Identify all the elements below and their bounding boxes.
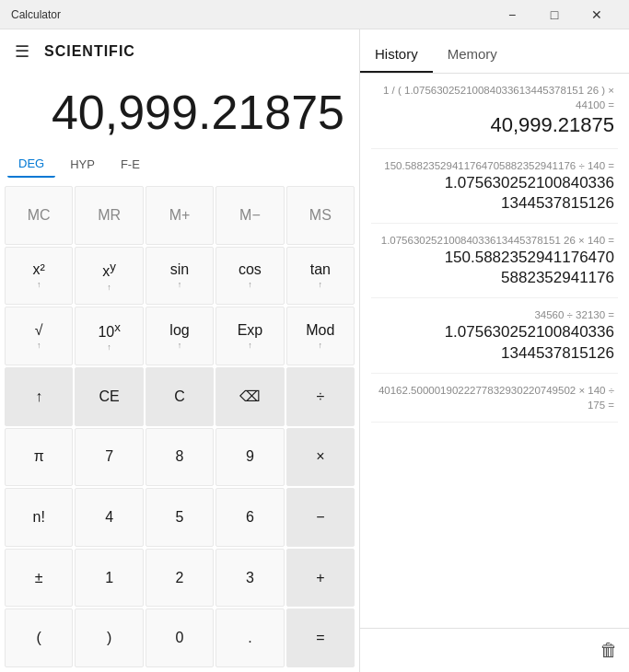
history-expr: 34560 ÷ 32130 = [375, 307, 614, 322]
button-area: MC MR M+ M− MS x²↑ xy↑ sin↑ cos↑ [0, 181, 359, 672]
btn-10x[interactable]: 10x↑ [75, 307, 143, 365]
btn-cos[interactable]: cos↑ [215, 247, 284, 306]
tab-history[interactable]: History [360, 37, 433, 73]
btn-shift[interactable]: ↑ [5, 367, 73, 426]
btn-exp[interactable]: Exp↑ [215, 307, 284, 365]
btn-backspace[interactable]: ⌫ [215, 367, 284, 426]
app-name: Calculator [11, 8, 61, 21]
btn-3[interactable]: 3 [215, 549, 284, 608]
trig-row2: √↑ 10x↑ log↑ Exp↑ Mod↑ [4, 306, 355, 366]
history-item: 40162.5000019022277832930220749502 × 140… [371, 374, 618, 423]
history-item: 1.07563025210084033613445378151 26 × 140… [371, 224, 618, 298]
hamburger-icon[interactable]: ☰ [15, 41, 29, 62]
num-row3: ± 1 2 3 + [4, 548, 355, 608]
history-result[interactable]: 1.0756302521008403361344537815126 [375, 322, 614, 363]
history-expr: 150.58823529411764705882352941176 ÷ 140 … [375, 158, 614, 173]
title-bar-controls: − □ ✕ [491, 0, 618, 29]
num-row4: ( ) 0 . = [4, 608, 355, 668]
btn-8[interactable]: 8 [146, 428, 214, 487]
btn-1[interactable]: 1 [75, 549, 143, 608]
history-footer: 🗑 [360, 628, 629, 672]
calculator-panel: ☰ SCIENTIFIC 40,999.21875 DEG HYP F-E MC… [0, 29, 359, 672]
history-result[interactable]: 40,999.21875 [375, 112, 614, 139]
history-item: 150.58823529411764705882352941176 ÷ 140 … [371, 149, 618, 224]
mode-row: DEG HYP F-E [0, 147, 359, 181]
btn-pi[interactable]: π [5, 428, 73, 487]
btn-mminus[interactable]: M− [215, 186, 284, 245]
btn-tan[interactable]: tan↑ [286, 247, 355, 306]
num-row2: n! 4 5 6 − [4, 487, 355, 548]
mode-deg[interactable]: DEG [7, 151, 55, 178]
btn-sqrt[interactable]: √↑ [5, 307, 73, 365]
history-list: 1 / ( 1.07563025210084033613445378151 26… [360, 74, 629, 628]
history-item: 34560 ÷ 32130 = 1.0756302521008403361344… [371, 298, 618, 373]
btn-divide[interactable]: ÷ [286, 367, 355, 426]
mode-hyp[interactable]: HYP [59, 151, 106, 178]
num-row1: π 7 8 9 × [4, 427, 355, 488]
maximize-button[interactable]: □ [533, 0, 576, 29]
btn-mc[interactable]: MC [5, 186, 73, 245]
btn-log[interactable]: log↑ [146, 307, 214, 365]
main-area: ☰ SCIENTIFIC 40,999.21875 DEG HYP F-E MC… [0, 29, 629, 672]
title-bar: Calculator − □ ✕ [0, 0, 629, 29]
btn-mod[interactable]: Mod↑ [286, 307, 355, 365]
btn-9[interactable]: 9 [215, 428, 284, 487]
btn-mplus[interactable]: M+ [146, 186, 214, 245]
history-tabs: History Memory [360, 29, 629, 74]
btn-sin[interactable]: sin↑ [146, 247, 214, 306]
history-panel: History Memory 1 / ( 1.07563025210084033… [359, 29, 629, 672]
memory-row: MC MR M+ M− MS [4, 185, 355, 246]
history-result[interactable]: 150.58823529411764705882352941176 [375, 248, 614, 288]
minimize-button[interactable]: − [491, 0, 533, 29]
display-area: 40,999.21875 [0, 74, 359, 147]
btn-2[interactable]: 2 [146, 549, 214, 608]
history-result[interactable]: 1.0756302521008403361344537815126 [375, 173, 614, 214]
btn-plus[interactable]: + [286, 549, 355, 608]
btn-lparen[interactable]: ( [5, 608, 73, 667]
btn-plusminus[interactable]: ± [5, 549, 73, 608]
display-value: 40,999.21875 [52, 88, 344, 136]
btn-4[interactable]: 4 [75, 488, 143, 547]
trash-icon: 🗑 [600, 640, 618, 660]
mode-fe[interactable]: F-E [110, 151, 151, 178]
tab-memory[interactable]: Memory [433, 37, 512, 73]
btn-5[interactable]: 5 [146, 488, 214, 547]
btn-multiply[interactable]: × [286, 428, 355, 487]
btn-nfact[interactable]: n! [5, 488, 73, 547]
close-button[interactable]: ✕ [576, 0, 618, 29]
btn-xsq[interactable]: x²↑ [5, 247, 73, 306]
btn-rparen[interactable]: ) [75, 608, 143, 667]
btn-xy[interactable]: xy↑ [75, 247, 143, 306]
btn-ce[interactable]: CE [75, 367, 143, 426]
btn-c[interactable]: C [146, 367, 214, 426]
calculator-title: SCIENTIFIC [44, 43, 135, 60]
btn-mr[interactable]: MR [75, 186, 143, 245]
btn-6[interactable]: 6 [215, 488, 284, 547]
calculator-header: ☰ SCIENTIFIC [0, 29, 359, 74]
btn-7[interactable]: 7 [75, 428, 143, 487]
delete-history-button[interactable]: 🗑 [600, 640, 618, 661]
btn-ms[interactable]: MS [286, 186, 355, 245]
trig-row1: x²↑ xy↑ sin↑ cos↑ tan↑ [4, 246, 355, 307]
control-row: ↑ CE C ⌫ ÷ [4, 366, 355, 427]
history-expr: 40162.5000019022277832930220749502 × 140… [375, 383, 614, 412]
btn-equals[interactable]: = [286, 608, 355, 667]
history-expr: 1 / ( 1.07563025210084033613445378151 26… [375, 83, 614, 112]
title-bar-left: Calculator [11, 8, 61, 21]
btn-0[interactable]: 0 [146, 608, 214, 667]
btn-minus[interactable]: − [286, 488, 355, 547]
history-expr: 1.07563025210084033613445378151 26 × 140… [375, 233, 614, 248]
btn-dot[interactable]: . [215, 608, 284, 667]
history-item: 1 / ( 1.07563025210084033613445378151 26… [371, 74, 618, 149]
